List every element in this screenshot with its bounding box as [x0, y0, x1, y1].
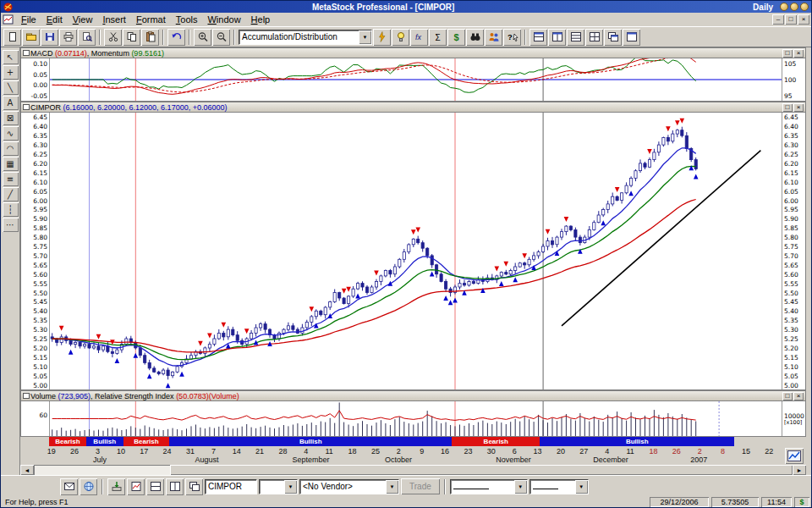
window-cascade-icon[interactable] [604, 29, 622, 46]
panel-close-button[interactable]: × [793, 392, 804, 400]
symbol-box[interactable]: CIMPOR [205, 479, 257, 494]
print-icon[interactable] [59, 29, 77, 46]
axis-label: 5.60 [784, 271, 798, 279]
print-preview-icon[interactable] [78, 29, 96, 46]
zoom-in-icon[interactable] [194, 29, 211, 46]
mail-icon[interactable] [60, 478, 78, 495]
window-new-icon[interactable] [623, 29, 640, 46]
menu-insert[interactable]: Insert [97, 14, 131, 25]
pointer-tool-icon[interactable]: ↖ [3, 50, 19, 64]
chart-page-icon[interactable] [127, 478, 145, 495]
panel-restore-button[interactable]: □ [782, 392, 793, 400]
help-pointer-icon[interactable]: ? [503, 29, 521, 46]
close-button[interactable] [800, 3, 809, 11]
axis-label: 6.45 [784, 113, 798, 121]
volume-panel-header[interactable]: Volume (723,905), Relative Strength Inde… [20, 390, 806, 401]
save-icon[interactable] [41, 29, 58, 46]
volume-chart-canvas[interactable] [49, 401, 782, 436]
horizontal-scrollbar[interactable]: ◄ ► [20, 465, 806, 475]
minimize-button[interactable] [780, 3, 788, 11]
menu-tools[interactable]: Tools [171, 14, 203, 25]
scroll-left-button[interactable]: ◄ [20, 465, 34, 475]
scrollbar-thumb[interactable] [170, 465, 793, 475]
menu-window[interactable]: Window [202, 14, 245, 25]
price-panel-header[interactable]: CIMPOR (6.16000, 6.20000, 6.12000, 6.170… [20, 102, 806, 113]
macd-right-axis: 10510095 [782, 58, 805, 101]
mdi-minimize-button[interactable]: – [772, 14, 784, 25]
text-tool-icon[interactable]: A [3, 96, 19, 110]
arc-tool-icon[interactable]: ◠ [3, 141, 19, 156]
line-style-dropdown-value [451, 482, 514, 491]
chevron-down-icon[interactable]: ▼ [514, 480, 527, 494]
menu-view[interactable]: View [68, 14, 98, 25]
horizontal-lines-tool-icon[interactable]: ≡ [3, 172, 19, 186]
panel-restore-button[interactable]: □ [782, 49, 793, 58]
date-tick: 30 [487, 447, 496, 456]
vendor-dropdown[interactable]: <No Vendor>▼ [299, 479, 399, 494]
trendline-tool-icon[interactable]: ╲ [3, 80, 19, 95]
chevron-down-icon[interactable]: ▼ [284, 480, 297, 494]
diagonal-line-tool-icon[interactable]: ╱ [3, 187, 19, 202]
tile-vertical-icon[interactable] [166, 478, 184, 495]
window-tile-vert-icon[interactable] [548, 29, 566, 46]
date-tick: 8 [721, 447, 725, 456]
zoom-out-icon[interactable] [212, 29, 230, 46]
grid-tool-icon[interactable]: ▦ [3, 157, 19, 171]
chart-restore-icon[interactable] [785, 448, 804, 464]
axis-label: 0.05 [33, 71, 47, 79]
date-tick: 26 [70, 447, 79, 456]
panel-close-button[interactable]: × [793, 103, 804, 112]
macd-left-axis: 0.100.050.00-0.05 [21, 58, 49, 101]
people-icon[interactable] [485, 29, 502, 46]
mdi-restore-button[interactable]: □ [785, 14, 797, 25]
copy-icon[interactable] [123, 29, 140, 46]
globe-icon[interactable] [80, 478, 97, 495]
mdi-close-button[interactable]: × [798, 14, 809, 25]
interval-dropdown[interactable]: ▼ [259, 479, 298, 494]
chevron-down-icon[interactable]: ▼ [575, 480, 588, 494]
quicklist-bolt-icon[interactable] [373, 29, 391, 46]
line-style-dropdown[interactable]: ▼ [450, 479, 528, 494]
chevron-down-icon[interactable]: ▼ [386, 480, 398, 494]
price-chart-canvas[interactable] [49, 113, 782, 389]
panel-close-button[interactable]: × [793, 49, 804, 58]
maximize-button[interactable] [790, 3, 798, 11]
indicator-dropdown[interactable]: Accumulation/Distribution▼ [239, 30, 372, 45]
menu-edit[interactable]: Edit [41, 14, 68, 25]
cascade-small-icon[interactable] [185, 478, 203, 495]
cut-icon[interactable] [104, 29, 122, 46]
trade-button[interactable]: Trade [401, 478, 440, 494]
open-folder-icon[interactable] [22, 29, 40, 46]
sigma-icon[interactable]: Σ [429, 29, 447, 46]
macd-chart-canvas[interactable] [49, 58, 782, 101]
dollar-icon[interactable]: $ [447, 29, 465, 46]
undo-icon[interactable] [167, 29, 185, 46]
menu-help[interactable]: Help [246, 14, 276, 25]
menu-file[interactable]: File [16, 14, 41, 25]
more-tools-icon[interactable]: ⋯ [3, 218, 19, 232]
crosshair-tool-icon[interactable]: + [3, 65, 19, 80]
binoculars-icon[interactable] [466, 29, 484, 46]
window-tile-horz-icon[interactable] [529, 29, 547, 46]
delete-tool-icon[interactable]: ⊠ [3, 111, 19, 125]
paste-icon[interactable] [141, 29, 159, 46]
title-bar[interactable]: MetaStock Professional - [CIMPOR] Daily [1, 1, 811, 13]
window-rows-icon[interactable] [567, 29, 584, 46]
tile-horizontal-icon[interactable] [146, 478, 164, 495]
scroll-right-button[interactable]: ► [793, 465, 806, 475]
chart-document-icon[interactable] [3, 14, 14, 25]
fx-icon[interactable]: fx [410, 29, 428, 46]
macd-panel-header[interactable]: MACD (0.07114), Momentum (99.5161) □ × [20, 47, 806, 58]
scrollbar-track[interactable] [34, 465, 793, 475]
download-icon[interactable] [107, 478, 125, 495]
freehand-tool-icon[interactable]: ∿ [3, 126, 19, 141]
menu-bar: FileEditViewInsertFormatToolsWindowHelp … [1, 13, 811, 27]
cycle-lines-tool-icon[interactable]: ┆ [3, 202, 19, 217]
panel-restore-button[interactable]: □ [782, 103, 793, 112]
line-width-dropdown[interactable]: ▼ [529, 479, 589, 494]
expert-bulb-icon[interactable] [392, 29, 409, 46]
window-grid-icon[interactable] [585, 29, 603, 46]
chevron-down-icon[interactable]: ▼ [359, 30, 371, 44]
menu-format[interactable]: Format [131, 14, 171, 25]
new-document-icon[interactable] [3, 29, 21, 46]
